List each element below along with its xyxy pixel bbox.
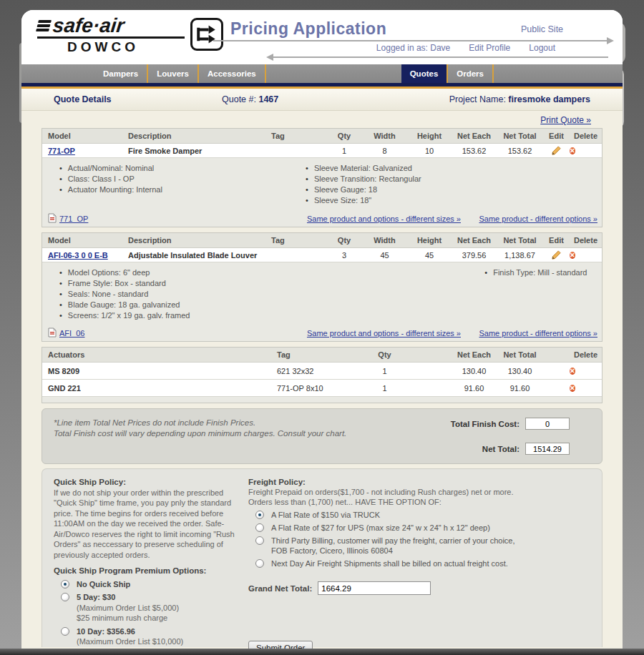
same-product-options-link[interactable]: Same product - different options » [479,329,597,338]
table-row: MS 8209 621 32x32 1 130.40 130.40 ✕ [42,363,602,380]
radio-flat-rate-ups[interactable] [255,523,264,532]
freight-policy-title: Freight Policy: [248,477,597,487]
detail-list-right: Finish Type: Mill - standard [484,267,587,278]
detail-item: Sleeve Material: Galvanized [306,163,421,173]
actuators-table-header: Actuators Tag Qty Net Each Net Total Del… [42,348,602,363]
logo-stacked-bars-icon [36,20,52,31]
grand-net-total-label: Grand Net Total: [248,584,312,593]
content-area: Quote Details Quote #: 1467 Project Name… [21,89,623,649]
tab-louvers[interactable]: Louvers [148,64,197,83]
item-net-total: 1,138.67 [497,251,543,260]
finish-note: *Line item Total Net Prices do not inclu… [54,418,346,439]
radio-third-party-billing[interactable] [255,536,264,545]
item-links-row: 771_OP Same product and options - differ… [42,210,602,227]
brand-name: safe·air [52,15,125,36]
quickship-option-row: No Quick Ship [54,579,237,590]
item-qty: 3 [326,251,362,260]
actuator-name: GND 221 [42,384,271,393]
pdf-document-link[interactable]: AFI_06 [48,328,84,338]
freight-policy-line2: Orders less than (1,700) net... HAVE THE… [248,497,597,507]
item-width: 45 [362,251,407,260]
freight-option-row: Next Day Air Freight Shipments shall be … [248,558,597,568]
table-row: 771-OP Fire Smoke Damper 1 8 10 153.62 1… [42,144,602,158]
edit-pencil-icon[interactable] [551,145,562,156]
actuators-card: Actuators Tag Qty Net Each Net Total Del… [42,347,602,403]
print-quote-row: Print Quote » [21,111,623,128]
app-window: safe·air DOWCO Pricing Application [21,10,623,649]
table-row: GND 221 771-OP 8x10 1 91.60 91.60 ✕ [42,380,602,397]
model-link[interactable]: AFI-06-3 0 0 E-B [48,251,108,260]
radio-flat-rate-truck[interactable] [255,511,264,519]
total-finish-cost-input[interactable] [525,418,570,430]
page-header: safe·air DOWCO Pricing Application [21,10,623,64]
logo-text-block: safe·air DOWCO [37,15,185,55]
item-net-total: 153.62 [497,147,543,155]
tab-accessories[interactable]: Accessories [199,64,265,83]
pdf-icon [48,328,57,338]
same-product-sizes-link[interactable]: Same product and options - different siz… [307,329,461,338]
net-total-label: Net Total: [482,445,519,453]
total-finish-cost-row: Total Finish Cost: [451,418,570,430]
premium-options-title: Quick Ship Program Premium Options: [54,566,237,576]
item-description: Fire Smoke Damper [128,147,271,155]
item-net-each: 379.56 [452,251,497,260]
actuator-qty: 1 [362,384,407,393]
actuator-net-each: 91.60 [452,384,497,393]
quote-details-title: Quote Details [54,94,112,104]
tab-dampers[interactable]: Dampers [94,64,147,83]
tab-quotes[interactable]: Quotes [401,64,447,83]
item-height: 45 [407,251,452,260]
pdf-document-link[interactable]: 771_OP [48,213,88,223]
print-quote-link[interactable]: Print Quote » [540,115,591,125]
actuator-net-each: 130.40 [452,367,497,375]
detail-item: Blade Gauge: 18 ga. galvanized [59,300,602,310]
quick-ship-column: Quick Ship Policy: If we do not ship you… [54,477,237,649]
bottom-edge-bar [0,649,644,655]
radio-next-day-air[interactable] [255,559,264,568]
item-description: Adjustable Insulated Blade Louver [128,251,271,260]
logo-arrows-icon [190,18,223,51]
actuator-tag: 621 32x32 [271,367,362,375]
edit-profile-link[interactable]: Edit Profile [469,43,510,53]
detail-item: Frame Style: Box - standard [59,278,602,288]
detail-item: Seals: None - standard [59,289,602,299]
delete-icon[interactable]: ✕ [570,385,575,392]
freight-column: Freight Policy: Freight Prepaid on order… [248,477,597,568]
radio-5-day[interactable] [61,593,69,601]
item-net-each: 153.62 [452,147,497,155]
actuator-qty: 1 [362,367,407,375]
net-total-row: Net Total: [482,443,570,455]
edit-pencil-icon[interactable] [551,250,562,260]
detail-list-right: Sleeve Material: Galvanized Sleeve Trans… [306,163,421,206]
net-total-input[interactable] [525,443,570,455]
same-product-options-link[interactable]: Same product - different options » [479,215,597,223]
model-link[interactable]: 771-OP [48,147,75,155]
grand-net-total-input[interactable] [318,581,431,595]
freight-policy-line1: Freight Prepaid on orders($1,700 - not i… [248,487,597,497]
radio-10-day[interactable] [61,627,69,636]
project-name: Project Name: firesmoke dampers [449,94,590,104]
detail-item: Sleeve Size: 18" [306,195,421,205]
logout-link[interactable]: Logout [529,43,555,53]
quote-item-card: Model Description Tag Qty Width Height N… [42,128,602,227]
actuator-net-total: 130.40 [497,367,543,375]
pdf-icon [48,213,57,223]
item-links-row: AFI_06 Same product and options - differ… [42,324,602,341]
detail-item: Finish Type: Mill - standard [484,267,587,277]
actuator-net-total: 91.60 [497,384,543,393]
delete-icon[interactable]: ✕ [570,252,575,259]
delete-icon[interactable]: ✕ [570,368,575,375]
main-navbar: Dampers Louvers Accessories Quotes Order… [21,64,623,83]
tab-orders[interactable]: Orders [448,64,492,83]
same-product-sizes-link[interactable]: Same product and options - different siz… [307,215,461,223]
logged-in-as-label: Logged in as: Dave [376,43,450,53]
detail-item: Screens: 1/2" x 19 ga. galv. framed [59,310,602,320]
page-title: Pricing Application [230,19,386,39]
radio-no-quick-ship[interactable] [61,580,69,588]
quickship-option-row: 10 Day: $356.96 (Maximum Order List $10,… [54,626,237,650]
arrow-right-icon [213,40,607,41]
public-site-link[interactable]: Public Site [521,24,563,34]
delete-icon[interactable]: ✕ [570,147,575,154]
total-finish-cost-label: Total Finish Cost: [451,420,519,428]
grand-net-total-row: Grand Net Total: [248,581,431,595]
